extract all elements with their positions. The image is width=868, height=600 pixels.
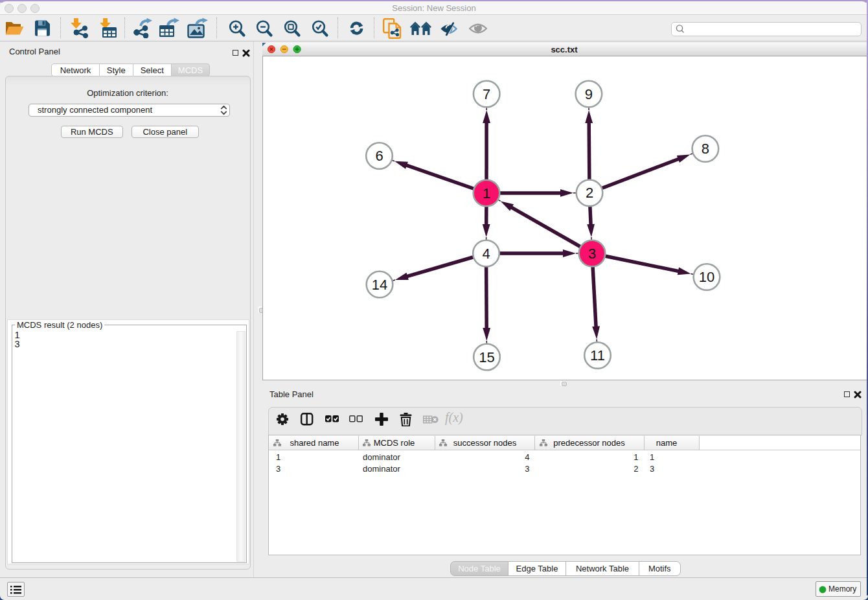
svg-text:3: 3 — [588, 245, 595, 261]
svg-text:15: 15 — [479, 349, 494, 365]
svg-text:2: 2 — [585, 185, 593, 201]
svg-text:7: 7 — [483, 86, 490, 102]
svg-text:11: 11 — [590, 347, 605, 363]
svg-text:14: 14 — [371, 276, 387, 292]
svg-text:9: 9 — [584, 86, 592, 102]
svg-text:6: 6 — [375, 148, 383, 164]
svg-text:1: 1 — [482, 185, 490, 201]
svg-text:8: 8 — [701, 141, 709, 157]
svg-text:10: 10 — [698, 269, 714, 285]
svg-text:4: 4 — [482, 245, 490, 261]
